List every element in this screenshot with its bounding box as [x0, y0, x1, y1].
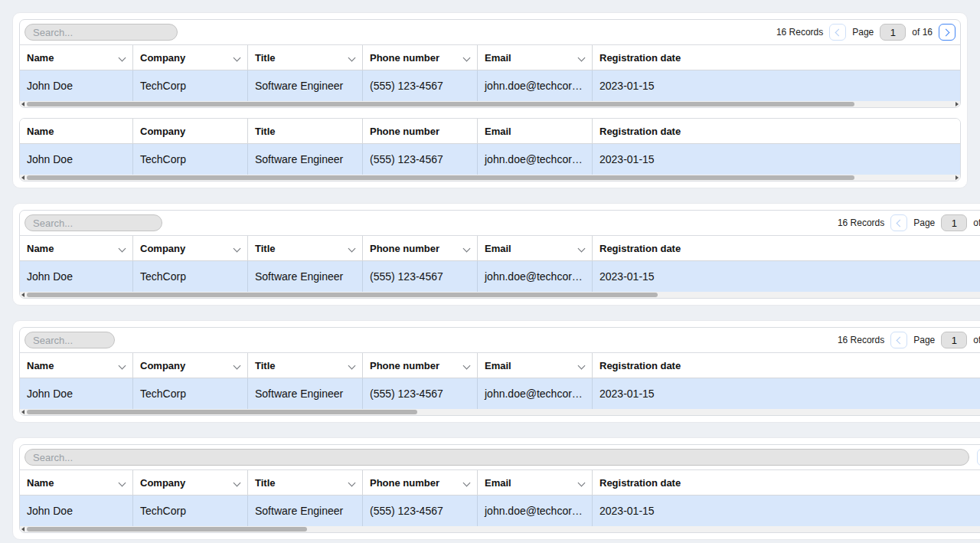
- data-table: Name Company Title Phone number Email Re…: [20, 45, 960, 101]
- sort-chevron-icon: [348, 362, 356, 370]
- table-row[interactable]: John Doe TechCorp Software Engineer (555…: [20, 378, 980, 409]
- scrollbar-thumb[interactable]: [27, 527, 307, 532]
- cell-phone: (555) 123-4567: [363, 496, 478, 526]
- cell-title: Software Engineer: [248, 261, 363, 292]
- cell-email: john.doe@techcor…: [478, 261, 593, 292]
- horizontal-scrollbar[interactable]: [20, 292, 980, 298]
- column-header-email[interactable]: Email: [478, 353, 593, 378]
- column-header-email[interactable]: Email: [478, 45, 593, 70]
- column-label: Name: [27, 360, 54, 371]
- column-header-company[interactable]: Company: [133, 470, 248, 496]
- scrollbar-arrow-right-icon[interactable]: [956, 175, 959, 180]
- table-row[interactable]: John Doe TechCorp Software Engineer (555…: [20, 261, 980, 292]
- column-header-email[interactable]: Email: [478, 470, 593, 496]
- column-header-company[interactable]: Company: [133, 353, 248, 378]
- cell-name: John Doe: [20, 261, 133, 292]
- scrollbar-thumb[interactable]: [27, 410, 417, 414]
- prev-page-button[interactable]: [977, 449, 980, 466]
- data-table: Name Company Title Phone number Email Re…: [20, 470, 980, 526]
- column-header-name[interactable]: Name: [20, 353, 133, 378]
- column-header-email[interactable]: Email: [478, 236, 593, 261]
- cell-name: John Doe: [20, 70, 133, 101]
- cell-company: TechCorp: [133, 70, 248, 101]
- sort-chevron-icon: [234, 245, 241, 253]
- scrollbar-thumb[interactable]: [27, 102, 854, 106]
- column-label: Title: [255, 243, 276, 254]
- sort-chevron-icon: [463, 245, 471, 253]
- sort-chevron-icon: [578, 362, 586, 370]
- column-header-phone[interactable]: Phone number: [363, 45, 478, 70]
- search-input[interactable]: [24, 24, 178, 41]
- column-header-company: Company: [133, 119, 248, 144]
- table-toolbar: 16 Records Page of 16: [20, 211, 980, 236]
- page-number-input[interactable]: [941, 332, 967, 348]
- column-header-name[interactable]: Name: [20, 470, 133, 496]
- column-header-registration-date[interactable]: Registration date: [593, 470, 980, 496]
- sort-chevron-icon: [234, 362, 241, 370]
- column-label: Company: [140, 243, 185, 254]
- column-header-title[interactable]: Title: [248, 353, 363, 378]
- scrollbar-arrow-left-icon[interactable]: [21, 293, 24, 297]
- prev-page-button[interactable]: [829, 24, 846, 41]
- prev-page-button[interactable]: [890, 332, 907, 348]
- sort-chevron-icon: [119, 54, 126, 62]
- column-header-company[interactable]: Company: [133, 236, 248, 261]
- column-header-name[interactable]: Name: [20, 45, 133, 70]
- horizontal-scrollbar[interactable]: [20, 175, 960, 181]
- scrollbar-arrow-left-icon[interactable]: [21, 527, 24, 532]
- scrollbar-thumb[interactable]: [27, 293, 658, 297]
- next-page-button[interactable]: [939, 24, 956, 41]
- of-total-label: of 16: [973, 218, 980, 228]
- column-header-title[interactable]: Title: [248, 236, 363, 261]
- column-header-title[interactable]: Title: [248, 45, 363, 70]
- table-card-xs-1: Name Company Title Phone number Email Re…: [12, 437, 980, 540]
- column-header-company[interactable]: Company: [133, 45, 248, 70]
- cell-registration-date: 2023-01-15: [593, 378, 980, 409]
- search-input[interactable]: [24, 332, 115, 348]
- scrollbar-arrow-left-icon[interactable]: [21, 102, 24, 106]
- column-header-registration-date[interactable]: Registration date: [593, 236, 980, 261]
- table-row[interactable]: John Doe TechCorp Software Engineer (555…: [20, 70, 960, 101]
- sort-chevron-icon: [578, 479, 586, 487]
- column-label: Email: [485, 360, 511, 371]
- column-header-title[interactable]: Title: [248, 470, 363, 496]
- column-header-phone[interactable]: Phone number: [363, 236, 478, 261]
- column-label: Title: [255, 126, 276, 137]
- scrollbar-arrow-right-icon[interactable]: [956, 102, 959, 106]
- page-number-input[interactable]: [880, 24, 906, 41]
- column-label: Registration date: [599, 360, 681, 371]
- column-header-name: Name: [20, 119, 133, 144]
- sort-chevron-icon: [348, 479, 356, 487]
- column-label: Name: [27, 126, 54, 137]
- column-label: Title: [255, 52, 276, 64]
- records-count: 16 Records: [838, 218, 884, 228]
- cell-company: TechCorp: [133, 378, 248, 409]
- column-header-phone[interactable]: Phone number: [363, 470, 478, 496]
- horizontal-scrollbar[interactable]: [20, 101, 960, 107]
- search-input[interactable]: [24, 449, 969, 466]
- pagination: 16 Records Page of 16: [838, 332, 980, 348]
- sort-chevron-icon: [463, 479, 471, 487]
- column-header-name[interactable]: Name: [20, 236, 133, 261]
- horizontal-scrollbar[interactable]: [20, 526, 980, 532]
- column-header-registration-date[interactable]: Registration date: [593, 353, 980, 378]
- column-label: Company: [140, 126, 185, 137]
- column-header-phone[interactable]: Phone number: [363, 353, 478, 378]
- page-number-input[interactable]: [941, 214, 967, 231]
- table-viewport: Name Company Title Phone number Email Re…: [20, 119, 960, 175]
- data-table: Name Company Title Phone number Email Re…: [20, 236, 980, 292]
- sort-chevron-icon: [234, 54, 241, 62]
- column-header-registration-date[interactable]: Registration date: [593, 45, 960, 70]
- header-row: Name Company Title Phone number Email Re…: [20, 470, 980, 496]
- table-row[interactable]: John Doe TechCorp Software Engineer (555…: [20, 144, 960, 175]
- column-label: Phone number: [370, 477, 439, 489]
- horizontal-scrollbar[interactable]: [20, 409, 980, 415]
- scrollbar-arrow-left-icon[interactable]: [21, 175, 24, 180]
- search-input[interactable]: [24, 214, 162, 231]
- prev-page-button[interactable]: [890, 214, 907, 231]
- scrollbar-arrow-left-icon[interactable]: [21, 410, 24, 414]
- xs-cards-row: Name Company Title Phone number Email Re…: [12, 437, 968, 540]
- scrollbar-thumb[interactable]: [27, 175, 854, 180]
- table-row[interactable]: John Doe TechCorp Software Engineer (555…: [20, 496, 980, 526]
- cell-company: TechCorp: [133, 496, 248, 526]
